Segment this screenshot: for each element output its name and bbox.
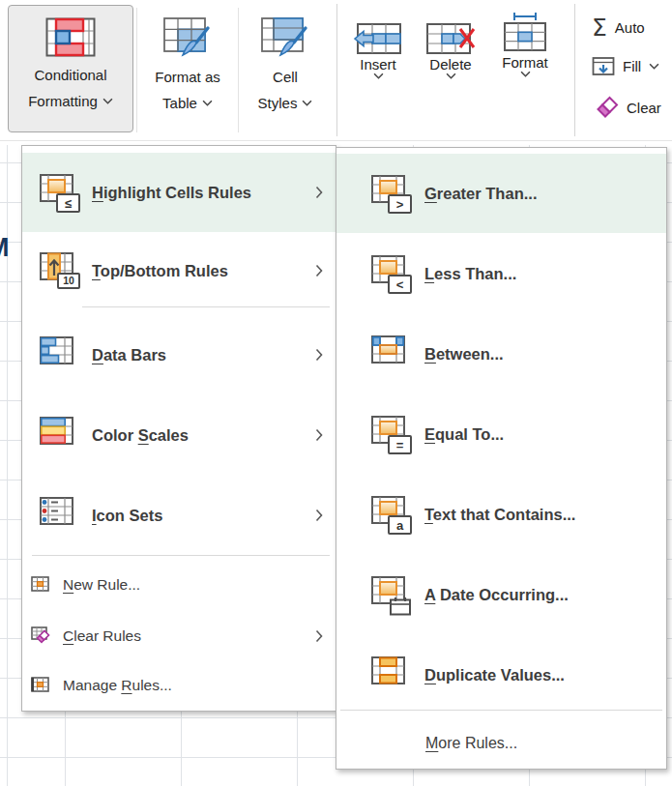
ribbon-group-separator <box>336 4 337 136</box>
color-scales-icon <box>40 417 76 453</box>
menu-item-new-rule[interactable]: New Rule... <box>22 561 336 609</box>
greater-than-icon: > <box>371 175 408 212</box>
delete-button[interactable]: Delete <box>424 21 478 79</box>
submenu-item-duplicate-values[interactable]: Duplicate Values... <box>336 635 666 714</box>
menu-item-label: New Rule... <box>63 576 140 594</box>
menu-item-highlight-cells-rules[interactable]: ≤ Highlight Cells Rules <box>22 153 336 232</box>
menu-item-label: Data Bars <box>92 346 166 364</box>
button-label: Format as <box>155 64 220 90</box>
button-label: Clear <box>627 100 661 116</box>
menu-item-label: Manage Rules... <box>63 677 172 694</box>
menu-separator <box>340 710 662 711</box>
menu-item-label: Equal To... <box>424 425 504 444</box>
submenu-arrow-icon <box>315 509 323 522</box>
menu-item-icon-sets[interactable]: Icon Sets <box>22 476 336 555</box>
button-label: Styles <box>258 90 313 116</box>
equals-badge: = <box>388 435 412 454</box>
format-as-table-button[interactable]: Format as Table <box>139 5 236 131</box>
submenu-arrow-icon <box>315 186 323 199</box>
submenu-item-more-rules[interactable]: More Rules... <box>336 720 666 767</box>
a-date-occurring-icon <box>371 576 408 613</box>
chevron-down-icon <box>202 100 213 106</box>
chevron-down-icon <box>302 100 312 106</box>
menu-item-label: Highlight Cells Rules <box>92 184 251 202</box>
submenu-arrow-icon <box>315 428 323 442</box>
menu-separator <box>82 306 330 307</box>
fill-button[interactable]: Fill <box>592 56 659 76</box>
menu-item-label: Text that Contains... <box>424 506 575 524</box>
menu-item-manage-rules[interactable]: Manage Rules... <box>22 661 336 710</box>
menu-item-label: Between... <box>424 345 504 364</box>
between-icon <box>371 335 408 372</box>
conditional-formatting-menu: ≤ Highlight Cells Rules 10 Top/Bottom Ru… <box>21 145 336 712</box>
format-cells-icon <box>503 12 547 54</box>
sheet-partial-text: M <box>0 233 10 263</box>
menu-item-label: A Date Occurring... <box>424 586 569 604</box>
insert-button[interactable]: Insert <box>351 21 405 79</box>
cell-styles-button[interactable]: Cell Styles <box>241 5 330 131</box>
fill-down-icon <box>592 56 615 76</box>
button-label: Insert <box>360 56 396 73</box>
menu-item-clear-rules[interactable]: Clear Rules <box>22 611 336 661</box>
button-label: Delete <box>429 56 471 73</box>
ribbon: Conditional Formatting Format as Table C… <box>0 0 672 141</box>
chevron-down-icon <box>446 73 456 79</box>
chevron-down-icon <box>649 63 659 70</box>
manage-rules-icon <box>31 676 50 695</box>
menu-item-label: More Rules... <box>425 735 517 752</box>
menu-item-top-bottom-rules[interactable]: 10 Top/Bottom Rules <box>22 231 336 310</box>
conditional-formatting-button[interactable]: Conditional Formatting <box>8 5 133 132</box>
menu-item-data-bars[interactable]: Data Bars <box>22 315 336 394</box>
button-label: Auto <box>615 19 645 36</box>
less-equal-badge: ≤ <box>56 193 80 213</box>
format-button[interactable]: Format <box>496 12 554 77</box>
submenu-arrow-icon <box>315 348 323 362</box>
menu-item-label: Duplicate Values... <box>424 666 565 684</box>
clear-rules-icon <box>31 626 50 646</box>
button-label: Formatting <box>28 88 113 114</box>
ribbon-divider <box>238 8 239 132</box>
submenu-item-between[interactable]: Between... <box>336 314 666 393</box>
ten-badge: 10 <box>57 273 80 289</box>
menu-item-label: Top/Bottom Rules <box>92 262 228 280</box>
ribbon-divider <box>136 8 137 132</box>
submenu-item-text-that-contains[interactable]: a Text that Contains... <box>336 475 666 554</box>
button-label: Conditional <box>34 62 106 88</box>
format-as-table-icon <box>162 16 213 59</box>
menu-separator <box>32 555 330 556</box>
clear-button[interactable]: Clear <box>592 96 661 119</box>
new-rule-icon <box>31 575 50 595</box>
menu-item-label: Greater Than... <box>424 185 537 203</box>
chevron-down-icon <box>373 73 384 79</box>
menu-item-label: Clear Rules <box>63 627 141 645</box>
greater-than-badge: > <box>388 194 412 214</box>
insert-cells-icon <box>353 21 403 56</box>
less-than-icon: < <box>371 255 408 292</box>
calendar-badge-icon <box>389 597 412 616</box>
less-than-badge: < <box>388 275 412 294</box>
highlight-cells-rules-submenu: > Greater Than... < Less Than... Between… <box>336 147 667 770</box>
duplicate-values-icon <box>371 656 408 693</box>
button-label: Format <box>502 54 548 71</box>
equal-to-icon: = <box>371 416 408 452</box>
autosum-button[interactable]: Σ Auto <box>592 15 645 40</box>
menu-item-color-scales[interactable]: Color Scales <box>22 395 336 475</box>
data-bars-icon <box>40 336 76 373</box>
top-bottom-rules-icon: 10 <box>40 252 76 289</box>
submenu-item-a-date-occurring[interactable]: A Date Occurring... <box>336 555 666 634</box>
icon-sets-icon <box>40 497 76 534</box>
ribbon-group-separator <box>574 4 575 136</box>
submenu-arrow-icon <box>315 629 323 643</box>
submenu-arrow-icon <box>315 264 323 277</box>
chevron-down-icon <box>520 71 531 77</box>
sigma-icon: Σ <box>592 15 607 40</box>
eraser-icon <box>592 96 619 119</box>
submenu-item-greater-than[interactable]: > Greater Than... <box>336 154 666 233</box>
delete-cells-icon <box>425 21 476 56</box>
text-that-contains-icon: a <box>371 496 408 533</box>
conditional-formatting-icon <box>45 17 96 57</box>
submenu-item-less-than[interactable]: < Less Than... <box>336 234 666 313</box>
submenu-item-equal-to[interactable]: = Equal To... <box>336 394 666 474</box>
menu-item-label: Color Scales <box>92 426 189 445</box>
menu-item-label: Icon Sets <box>92 507 162 525</box>
